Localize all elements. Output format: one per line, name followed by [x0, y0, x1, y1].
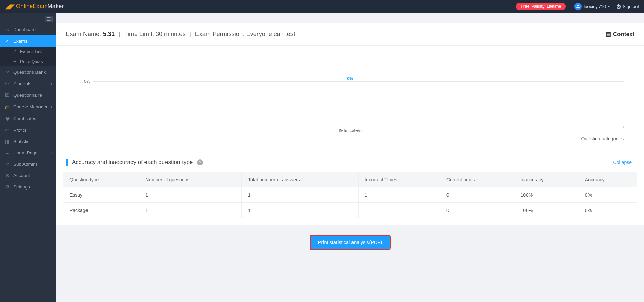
chart-x-axis: [93, 126, 624, 126]
sidebar-item-label: Exams List: [20, 49, 42, 54]
cell-inaccuracy: 100%: [514, 203, 579, 218]
plan-badge[interactable]: Free, Validity: Lifetime: [516, 3, 566, 10]
sidebar-item-label: Sub Admins: [13, 162, 38, 167]
sidebar-submenu-exams: ✓ Exams List ✦ Prize Quizs: [0, 47, 56, 66]
signout-button[interactable]: ⏻ Sign out: [616, 4, 639, 9]
cell-total: 1: [241, 203, 358, 218]
chart: 0% 0% Life knowledge Question categories: [63, 46, 637, 151]
sidebar-item-certificates[interactable]: ◉ Certificates ‹: [0, 112, 56, 124]
cell-incorrect: 1: [358, 187, 440, 203]
check-circle-icon: ✓: [12, 49, 17, 54]
sidebar-item-label: Dashboard: [13, 27, 36, 32]
list-icon: ≡: [5, 150, 10, 155]
chevron-down-icon: ⌄: [49, 39, 52, 43]
th-accuracy: Accuracy: [579, 172, 637, 187]
question-icon: ?: [5, 70, 10, 75]
exam-permission: Exam Permission: Everyone can test: [195, 31, 295, 38]
cell-accuracy: 0%: [579, 187, 637, 203]
cell-inaccuracy: 100%: [514, 187, 579, 203]
sidebar-item-dashboard[interactable]: ⌂ Dashboard: [0, 24, 56, 35]
separator: |: [190, 32, 191, 37]
dollar-icon: $: [5, 173, 10, 178]
exam-name-label: Exam Name:: [66, 31, 103, 37]
sidebar-item-exams[interactable]: ✓ Exams ⌄: [0, 35, 56, 47]
sidebar-toggle[interactable]: ☰: [45, 16, 53, 22]
sidebar-item-label: Exams: [13, 39, 27, 44]
sidebar-item-label: Settings: [13, 184, 30, 190]
main: Exam Name: 5.31 | Time Limit: 30 minutes…: [56, 13, 644, 302]
cell-total: 1: [241, 187, 358, 203]
table-row: Package 1 1 1 0 100% 0%: [63, 203, 637, 218]
accuracy-table: Question type Number of questions Total …: [63, 172, 637, 218]
print-button-highlight: Print statistical analysis(PDF): [310, 235, 391, 250]
section-header: Accuracy and inaccuracy of each question…: [63, 151, 637, 172]
cell-accuracy: 0%: [579, 203, 637, 218]
print-row: Print statistical analysis(PDF): [56, 225, 644, 254]
logo-text-exam: Exam: [33, 3, 47, 10]
sidebar-item-label: Account: [13, 173, 30, 178]
username: luoxinyi710: [584, 4, 606, 9]
sidebar-item-profits[interactable]: ▭ Profits: [0, 124, 56, 136]
sidebar-item-label: Questionnaire: [13, 93, 42, 98]
check-circle-icon: ✓: [5, 38, 10, 44]
sidebar-item-settings[interactable]: ⚙ Settings: [0, 181, 56, 193]
sidebar-item-label: Certificates: [13, 116, 36, 121]
sidebar-item-home-page[interactable]: ≡ Home Page ‹: [0, 147, 56, 158]
sidebar-item-label: Questions Bank: [13, 70, 46, 75]
logo-text-online: Online: [16, 3, 33, 10]
sidebar-item-label: Course Manager: [13, 104, 48, 109]
cell-numq[interactable]: 1: [139, 203, 242, 218]
cell-correct: 0: [440, 187, 514, 203]
th-inaccuracy: Inaccuracy: [514, 172, 579, 187]
chevron-down-icon: ▾: [608, 5, 610, 9]
th-question-type: Question type: [63, 172, 139, 187]
section-title: Accuracy and inaccuracy of each question…: [72, 159, 193, 166]
chart-y-tick: 0%: [84, 79, 90, 84]
sidebar-item-label: Students: [13, 81, 31, 86]
context-link[interactable]: ▤ Context: [606, 31, 634, 38]
sidebar-item-questions-bank[interactable]: ? Questions Bank ‹: [0, 66, 56, 78]
chevron-left-icon: ‹: [51, 116, 52, 120]
logo-text-maker: Maker: [48, 3, 64, 10]
sidebar-item-label: Prize Quizs: [20, 59, 43, 64]
help-icon[interactable]: ?: [197, 159, 203, 165]
book-icon: ▤: [606, 31, 611, 38]
power-icon: ⏻: [616, 4, 621, 9]
chevron-left-icon: ‹: [51, 105, 52, 109]
th-num-questions: Number of questions: [139, 172, 242, 187]
avatar-icon: [574, 3, 582, 10]
sidebar-item-questionnaire[interactable]: ☑ Questionnaire: [0, 89, 56, 101]
cell-correct: 0: [440, 203, 514, 218]
sidebar-item-students[interactable]: ⚇ Students ‹: [0, 78, 56, 89]
exam-header: Exam Name: 5.31 | Time Limit: 30 minutes…: [56, 23, 644, 46]
logo[interactable]: ◢◤ OnlineExamMaker: [5, 3, 64, 10]
checkbox-icon: ☑: [5, 92, 10, 98]
content-card: 0% 0% Life knowledge Question categories…: [56, 46, 644, 225]
user-menu[interactable]: luoxinyi710 ▾: [574, 3, 610, 10]
exam-name: Exam Name: 5.31: [66, 31, 115, 38]
graduation-icon: 🎓: [5, 104, 10, 109]
context-label: Context: [613, 31, 634, 38]
sidebar-item-label: Profits: [13, 127, 26, 133]
sidebar-item-exams-list[interactable]: ✓ Exams List: [0, 47, 56, 57]
sidebar-item-account[interactable]: $ Account: [0, 170, 56, 181]
print-button[interactable]: Print statistical analysis(PDF): [311, 236, 390, 249]
exam-name-value: 5.31: [103, 31, 115, 37]
card-icon: ▭: [5, 127, 10, 133]
sidebar-item-sub-admins[interactable]: ? Sub Admins: [0, 158, 56, 170]
section-accent: [66, 159, 68, 166]
sidebar-item-course-manager[interactable]: 🎓 Course Manager ‹: [0, 101, 56, 112]
th-total-answers: Total number of answers: [241, 172, 358, 187]
collapse-link[interactable]: Collapse: [613, 160, 632, 165]
sidebar-item-prize-quizs[interactable]: ✦ Prize Quizs: [0, 57, 56, 66]
chevron-left-icon: ‹: [51, 81, 52, 86]
chevron-left-icon: ‹: [51, 151, 52, 155]
sidebar-item-statistic[interactable]: ▥ Statistic: [0, 136, 56, 147]
table-row: Essay 1 1 1 0 100% 0%: [63, 187, 637, 203]
th-correct-times: Correct times: [440, 172, 514, 187]
th-incorrect-times: Incorrect Times: [358, 172, 440, 187]
logo-icon: ◢◤: [5, 3, 15, 10]
home-icon: ⌂: [5, 27, 10, 32]
table-header-row: Question type Number of questions Total …: [63, 172, 637, 187]
cell-numq[interactable]: 1: [139, 187, 242, 203]
